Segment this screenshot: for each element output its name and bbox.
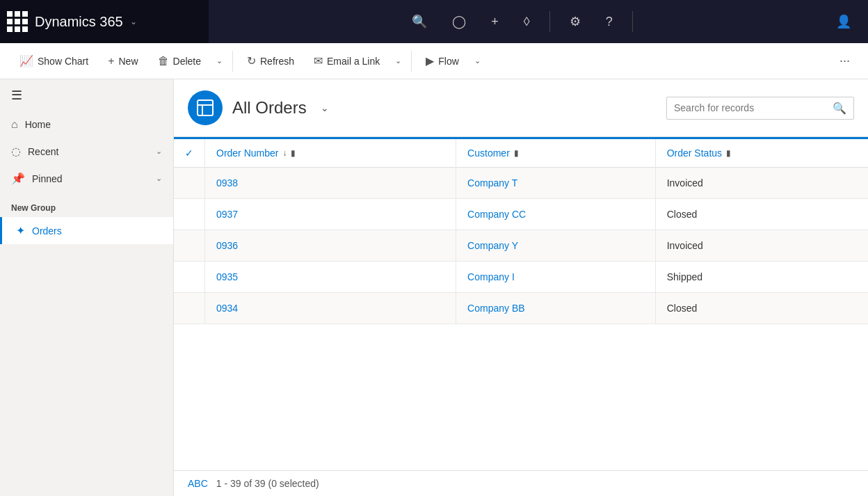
- nav-separator: [549, 11, 550, 32]
- td-status: Invoiced: [655, 168, 868, 199]
- app-title-chevron[interactable]: ⌄: [130, 17, 137, 26]
- table-header-row: ✓ Order Number ↓ ▮ Custo: [174, 139, 868, 168]
- order-status-filter-icon[interactable]: ▮: [726, 148, 731, 158]
- order-number-filter-icon[interactable]: ▮: [291, 148, 296, 158]
- sidebar-item-home[interactable]: ⌂ Home: [0, 111, 173, 138]
- sidebar-item-orders[interactable]: ✦ Orders: [0, 217, 173, 244]
- th-customer-label[interactable]: Customer: [467, 147, 510, 159]
- td-order-number[interactable]: 0935: [205, 262, 456, 293]
- table-row[interactable]: 0935 Company I Shipped: [174, 262, 868, 293]
- refresh-button[interactable]: ↻ Refresh: [239, 50, 303, 72]
- table-body: 0938 Company T Invoiced 0937 Company CC …: [174, 168, 868, 324]
- sidebar-item-recent[interactable]: ◌ Recent ⌄: [0, 138, 173, 165]
- new-button[interactable]: + New: [99, 51, 146, 72]
- td-customer[interactable]: Company I: [456, 262, 656, 293]
- home-icon: ⌂: [11, 118, 18, 131]
- hamburger-button[interactable]: ☰: [0, 79, 173, 111]
- recent-chevron: ⌄: [156, 147, 162, 156]
- footer-paging-info: 1 - 39 of 39 (0 selected): [216, 478, 319, 489]
- td-customer[interactable]: Company CC: [456, 199, 656, 230]
- table-row[interactable]: 0938 Company T Invoiced: [174, 168, 868, 199]
- td-check: [174, 230, 205, 262]
- td-customer[interactable]: Company T: [456, 168, 656, 199]
- page-title: All Orders: [232, 98, 307, 118]
- flow-label: Flow: [438, 56, 459, 67]
- table-row[interactable]: 0934 Company BB Closed: [174, 293, 868, 324]
- td-status: Shipped: [655, 262, 868, 293]
- footer-abc[interactable]: ABC: [188, 478, 208, 489]
- td-status: Invoiced: [655, 230, 868, 262]
- td-status: Closed: [655, 199, 868, 230]
- page-header: All Orders ⌄ 🔍: [174, 79, 868, 137]
- delete-icon: 🗑: [158, 55, 169, 67]
- new-group-section: New Group: [0, 192, 173, 217]
- table-row[interactable]: 0937 Company CC Closed: [174, 199, 868, 230]
- th-order-number-label[interactable]: Order Number: [216, 147, 278, 159]
- email-link-button[interactable]: ✉ Email a Link: [305, 50, 388, 72]
- orders-table: ✓ Order Number ↓ ▮ Custo: [174, 139, 868, 324]
- delete-chevron[interactable]: ⌄: [212, 52, 227, 70]
- new-icon: +: [108, 55, 114, 67]
- td-status: Closed: [655, 293, 868, 324]
- th-order-status-label[interactable]: Order Status: [667, 147, 722, 159]
- recent-icon: ◌: [11, 145, 21, 158]
- show-chart-button[interactable]: 📈 Show Chart: [11, 50, 97, 72]
- td-order-number[interactable]: 0934: [205, 293, 456, 324]
- orders-icon: ✦: [16, 224, 25, 237]
- email-link-chevron[interactable]: ⌄: [391, 52, 405, 70]
- th-customer: Customer ▮: [456, 139, 656, 168]
- filter-nav-icon[interactable]: ◊: [518, 9, 536, 35]
- customer-filter-icon[interactable]: ▮: [514, 148, 519, 158]
- sidebar-pinned-label: Pinned: [32, 173, 63, 184]
- delete-button[interactable]: 🗑 Delete: [150, 51, 209, 72]
- delete-label: Delete: [173, 56, 201, 67]
- th-check: ✓: [174, 139, 205, 168]
- sidebar-recent-label: Recent: [28, 146, 58, 157]
- sidebar-orders-label: Orders: [32, 225, 62, 237]
- orders-table-container: ✓ Order Number ↓ ▮ Custo: [174, 137, 868, 470]
- flow-button[interactable]: ▶ Flow: [417, 50, 467, 72]
- search-box: 🔍: [666, 97, 854, 120]
- sidebar-home-label: Home: [25, 119, 51, 130]
- sidebar-item-pinned[interactable]: 📌 Pinned ⌄: [0, 165, 173, 192]
- td-order-number[interactable]: 0936: [205, 230, 456, 262]
- table-row[interactable]: 0936 Company Y Invoiced: [174, 230, 868, 262]
- email-link-label: Email a Link: [327, 56, 380, 67]
- refresh-icon: ↻: [247, 54, 256, 67]
- search-icon[interactable]: 🔍: [833, 102, 846, 115]
- user-nav-icon[interactable]: 👤: [830, 8, 857, 35]
- order-number-sort-icon[interactable]: ↓: [282, 148, 287, 158]
- page-title-chevron[interactable]: ⌄: [321, 102, 329, 113]
- toolbar-sep-1: [232, 51, 233, 72]
- top-nav-right: 👤: [830, 8, 868, 35]
- td-check: [174, 262, 205, 293]
- td-order-number[interactable]: 0938: [205, 168, 456, 199]
- top-nav: Dynamics 365 ⌄ 🔍 ◯ + ◊ ⚙ ? 👤: [0, 0, 868, 43]
- check-all-icon[interactable]: ✓: [185, 147, 193, 159]
- top-nav-center: 🔍 ◯ + ◊ ⚙ ?: [209, 8, 830, 35]
- search-nav-icon[interactable]: 🔍: [406, 8, 433, 35]
- nav-separator-2: [632, 11, 633, 32]
- show-chart-label: Show Chart: [38, 56, 88, 67]
- refresh-label: Refresh: [260, 56, 294, 67]
- flow-chevron[interactable]: ⌄: [470, 52, 485, 70]
- email-link-icon: ✉: [314, 54, 323, 67]
- recent-nav-icon[interactable]: ◯: [447, 8, 472, 35]
- pinned-chevron: ⌄: [156, 174, 162, 183]
- td-check: [174, 199, 205, 230]
- new-label: New: [119, 56, 138, 67]
- td-customer[interactable]: Company Y: [456, 230, 656, 262]
- top-nav-left: Dynamics 365 ⌄: [0, 0, 209, 43]
- help-nav-icon[interactable]: ?: [600, 9, 618, 35]
- svg-rect-0: [198, 100, 213, 115]
- td-customer[interactable]: Company BB: [456, 293, 656, 324]
- td-order-number[interactable]: 0937: [205, 199, 456, 230]
- app-grid-button[interactable]: [7, 11, 28, 32]
- search-input[interactable]: [674, 102, 827, 113]
- more-button[interactable]: ···: [833, 49, 857, 72]
- app-title: Dynamics 365: [35, 14, 123, 30]
- settings-nav-icon[interactable]: ⚙: [564, 8, 586, 35]
- show-chart-icon: 📈: [19, 54, 33, 67]
- plus-nav-icon[interactable]: +: [485, 9, 504, 35]
- td-check: [174, 293, 205, 324]
